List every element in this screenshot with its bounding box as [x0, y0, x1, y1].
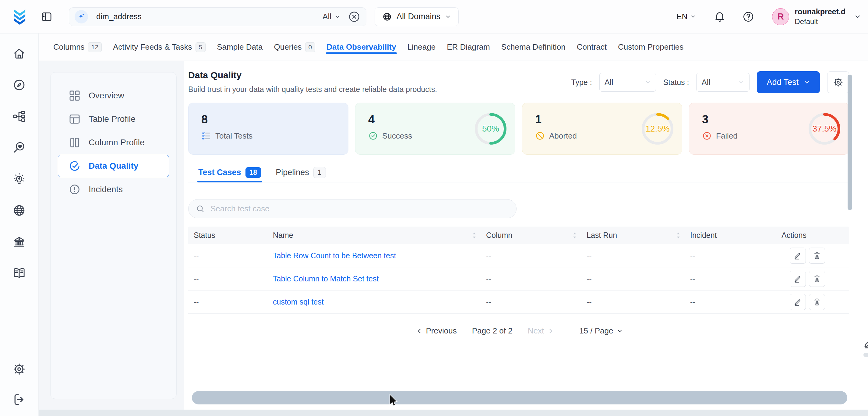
nav-insights[interactable]: [12, 172, 26, 186]
user-avatar[interactable]: R: [772, 8, 789, 25]
sort-icon[interactable]: [472, 232, 476, 239]
menu-item-table-profile[interactable]: Table Profile: [58, 108, 169, 130]
notifications-button[interactable]: [714, 11, 726, 23]
menu-item-label: Incidents: [89, 185, 123, 194]
aborted-label: Aborted: [549, 131, 577, 141]
horizontal-scrollbar-thumb[interactable]: [192, 391, 847, 405]
nav-lineage[interactable]: [12, 109, 26, 123]
logout-icon: [12, 393, 26, 406]
success-card[interactable]: 4 Success 50%: [355, 103, 515, 155]
clipped-edge-element: [863, 353, 868, 357]
delete-test-button[interactable]: [809, 271, 825, 287]
collapse-sidebar-button[interactable]: [40, 11, 53, 23]
tab-er-diagram[interactable]: ER Diagram: [447, 33, 490, 61]
global-search-bar[interactable]: All: [69, 7, 366, 26]
observe-eye-magnifier-icon: [12, 141, 26, 154]
tab-activity-feeds[interactable]: Activity Feeds & Tasks5: [113, 33, 206, 61]
column-header-incident: Incident: [685, 231, 776, 240]
last-run-cell: --: [581, 297, 685, 307]
column-header-last-run: Last Run: [581, 231, 685, 240]
tab-lineage[interactable]: Lineage: [407, 33, 436, 61]
language-selector[interactable]: EN: [676, 12, 696, 21]
entity-tabs: Columns12 Activity Feeds & Tasks5 Sample…: [39, 33, 868, 61]
nav-governance[interactable]: [12, 235, 26, 249]
tab-data-observability[interactable]: Data Observability: [327, 33, 396, 61]
edit-test-button[interactable]: [790, 271, 806, 287]
add-test-label: Add Test: [767, 78, 799, 87]
clear-search-button[interactable]: [348, 10, 361, 23]
tab-sample-data[interactable]: Sample Data: [217, 33, 262, 61]
table-header-row: Status Name Column Last Run Incident Act…: [188, 227, 849, 244]
test-case-search-input[interactable]: [210, 204, 509, 214]
nav-logout[interactable]: [12, 393, 26, 406]
pencil-icon: [794, 275, 802, 283]
type-filter-select[interactable]: All: [599, 73, 656, 92]
tab-custom-properties[interactable]: Custom Properties: [618, 33, 683, 61]
search-scope-dropdown[interactable]: All: [322, 12, 341, 21]
tab-label: Lineage: [407, 42, 436, 52]
trash-icon: [813, 252, 821, 260]
menu-item-data-quality[interactable]: Data Quality: [58, 155, 169, 177]
observability-side-menu: Overview Table Profile Column Profile Da…: [50, 72, 177, 399]
sort-icon[interactable]: [572, 232, 577, 239]
page-size-selector[interactable]: 15 / Page: [579, 326, 623, 335]
nav-glossary[interactable]: [12, 266, 26, 280]
user-menu-caret[interactable]: [854, 13, 861, 21]
test-case-link[interactable]: Table Column to Match Set test: [268, 275, 480, 283]
page-indicator: Page 2 of 2: [472, 326, 513, 335]
chevron-down-icon: [803, 79, 810, 86]
tab-queries[interactable]: Queries0: [274, 33, 315, 61]
search-input[interactable]: [96, 11, 322, 22]
status-filter-select[interactable]: All: [696, 73, 749, 92]
nav-home[interactable]: [12, 47, 26, 60]
menu-item-column-profile[interactable]: Column Profile: [58, 131, 169, 154]
nav-explore[interactable]: [12, 78, 26, 92]
domain-selector[interactable]: All Domains: [375, 7, 459, 26]
menu-item-incidents[interactable]: Incidents: [58, 178, 169, 201]
tab-pipelines[interactable]: Pipelines 1: [276, 163, 326, 182]
test-case-search[interactable]: [188, 199, 517, 218]
edit-test-button[interactable]: [790, 248, 806, 264]
next-page-button[interactable]: Next: [526, 326, 556, 336]
menu-item-overview[interactable]: Overview: [58, 84, 169, 107]
nav-settings[interactable]: [12, 362, 26, 376]
previous-page-button[interactable]: Previous: [414, 326, 459, 336]
tab-test-cases[interactable]: Test Cases 18: [198, 163, 261, 182]
columns-icon: [68, 136, 81, 149]
tab-label: Activity Feeds & Tasks: [113, 42, 192, 52]
help-button[interactable]: [742, 11, 754, 23]
tab-badge: 12: [88, 42, 102, 52]
nav-domains[interactable]: [12, 204, 26, 217]
add-test-button[interactable]: Add Test: [757, 71, 820, 93]
data-quality-panel: Data Quality Build trust in your data wi…: [184, 61, 868, 410]
nav-observability[interactable]: [12, 141, 26, 154]
openmetadata-logo[interactable]: [11, 8, 29, 26]
rail-bottom-group: [12, 362, 26, 416]
clipped-edge-pencil-icon[interactable]: [863, 335, 868, 349]
delete-test-button[interactable]: [809, 294, 825, 310]
test-case-link[interactable]: custom sql test: [268, 297, 480, 307]
user-info[interactable]: rounakpreet.d Default: [795, 7, 845, 26]
edit-test-button[interactable]: [790, 294, 806, 310]
chevron-down-icon: [645, 79, 651, 85]
failed-card[interactable]: 3 Failed 37.5%: [689, 103, 849, 155]
tab-contract[interactable]: Contract: [577, 33, 607, 61]
column-cell: --: [480, 297, 581, 307]
column-cell: --: [480, 275, 581, 283]
incident-cell: --: [685, 297, 776, 307]
delete-test-button[interactable]: [809, 248, 825, 264]
tab-schema-definition[interactable]: Schema Definition: [501, 33, 565, 61]
test-settings-button[interactable]: [827, 71, 849, 93]
insight-bulb-icon: [12, 172, 26, 186]
failed-ring: 37.5%: [808, 113, 841, 145]
menu-item-label: Overview: [89, 91, 124, 100]
sort-icon[interactable]: [676, 232, 680, 239]
book-icon: [12, 266, 26, 280]
column-cell: --: [480, 251, 581, 260]
total-tests-card[interactable]: 8 Total Tests: [188, 103, 348, 155]
vertical-scrollbar-thumb[interactable]: [847, 75, 852, 210]
previous-label: Previous: [426, 326, 457, 335]
aborted-card[interactable]: 1 Aborted 12.5%: [522, 103, 682, 155]
tab-columns[interactable]: Columns12: [53, 33, 102, 61]
test-case-link[interactable]: Table Row Count to be Between test: [268, 251, 480, 260]
